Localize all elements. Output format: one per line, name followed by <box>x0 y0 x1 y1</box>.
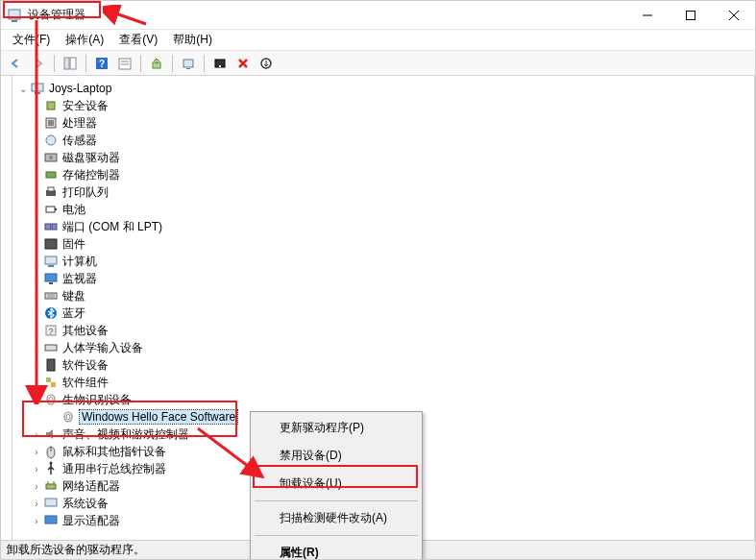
network-icon <box>43 478 59 494</box>
tree-root-label: Joys-Laptop <box>49 82 111 95</box>
expand-icon[interactable]: › <box>30 256 43 267</box>
expand-icon[interactable]: › <box>30 308 43 319</box>
tree-category[interactable]: ›安全设备 <box>12 97 754 114</box>
expand-icon[interactable]: › <box>30 101 43 111</box>
expand-icon[interactable]: › <box>30 343 43 353</box>
window-title: 设备管理器 <box>28 7 85 23</box>
menu-help[interactable]: 帮助(H) <box>165 30 220 50</box>
disk-icon <box>43 150 59 165</box>
tree-category[interactable]: ›打印队列 <box>12 183 754 201</box>
uninstall-button[interactable] <box>232 53 254 74</box>
svg-rect-47 <box>51 382 56 387</box>
tree-root[interactable]: ⌄Joys-Laptop <box>12 80 754 97</box>
expand-icon[interactable]: › <box>30 516 43 526</box>
expand-icon[interactable]: › <box>30 326 43 336</box>
expand-icon[interactable]: › <box>30 499 43 509</box>
tree-category[interactable]: ›存储控制器 <box>12 166 754 183</box>
keyboard-icon <box>43 288 59 304</box>
sensor-icon <box>43 133 59 148</box>
svg-rect-26 <box>46 172 56 178</box>
expand-icon[interactable]: › <box>30 274 43 284</box>
tree-category[interactable]: ›人体学输入设备 <box>12 339 754 356</box>
expand-icon[interactable]: › <box>30 377 43 388</box>
expand-icon[interactable]: › <box>30 429 43 440</box>
show-hide-tree-button[interactable] <box>60 53 81 74</box>
expand-icon[interactable]: › <box>30 447 43 457</box>
tree-category[interactable]: ›端口 (COM 和 LPT) <box>12 218 754 235</box>
app-icon <box>7 8 22 23</box>
expand-icon[interactable]: ⌄ <box>30 395 43 405</box>
tree-category-label: 键盘 <box>62 288 85 304</box>
tree-category-label: 软件组件 <box>62 375 109 391</box>
svg-rect-45 <box>47 359 55 371</box>
ctx-scan[interactable]: 扫描检测硬件改动(A) <box>253 504 420 532</box>
tree-category[interactable]: ›?其他设备 <box>12 322 754 339</box>
ctx-uninstall[interactable]: 卸载设备(U) <box>253 470 420 498</box>
hid-icon <box>43 340 59 355</box>
tree-category[interactable]: ›蓝牙 <box>12 304 754 322</box>
svg-point-25 <box>49 156 53 159</box>
tree-category-label: 鼠标和其他指针设备 <box>62 444 166 460</box>
context-menu: 更新驱动程序(P) 禁用设备(D) 卸载设备(U) 扫描检测硬件改动(A) 属性… <box>250 411 423 560</box>
expand-icon[interactable]: › <box>30 170 43 181</box>
menu-view[interactable]: 查看(V) <box>111 30 165 50</box>
close-button[interactable] <box>712 1 755 30</box>
ctx-disable[interactable]: 禁用设备(D) <box>253 442 420 470</box>
svg-rect-19 <box>35 92 40 94</box>
tree-category-label: 电池 <box>62 202 85 218</box>
minimize-button[interactable] <box>625 1 669 30</box>
storage-icon <box>43 167 59 183</box>
svg-rect-31 <box>45 224 51 230</box>
forward-button[interactable] <box>28 53 49 74</box>
svg-rect-22 <box>48 120 54 126</box>
expand-icon[interactable]: › <box>30 205 43 215</box>
tree-category-label: 端口 (COM 和 LPT) <box>62 219 162 235</box>
svg-rect-30 <box>55 208 57 210</box>
tree-category[interactable]: ›固件 <box>12 235 754 253</box>
expand-icon[interactable]: › <box>30 239 43 250</box>
expand-icon[interactable]: ⌄ <box>16 84 30 94</box>
scan-button[interactable] <box>178 53 199 74</box>
expand-icon[interactable]: › <box>30 291 43 302</box>
scan-hardware-button[interactable] <box>256 53 277 74</box>
back-button[interactable] <box>5 53 26 74</box>
svg-point-51 <box>66 414 70 420</box>
expand-icon[interactable]: › <box>30 135 43 146</box>
expand-icon[interactable]: › <box>30 187 43 198</box>
update-driver-button[interactable] <box>146 53 167 74</box>
help-button[interactable]: ? <box>91 53 112 74</box>
biometric-icon <box>43 392 59 407</box>
tree-category[interactable]: ›监视器 <box>12 270 754 287</box>
expand-icon[interactable]: › <box>30 464 43 475</box>
tree-category-label: 打印队列 <box>62 184 109 201</box>
tree-category[interactable]: ›键盘 <box>12 287 754 304</box>
ctx-update-driver[interactable]: 更新驱动程序(P) <box>253 414 420 442</box>
expand-icon[interactable]: › <box>30 481 43 492</box>
svg-rect-0 <box>9 10 20 19</box>
menu-action[interactable]: 操作(A) <box>58 30 111 50</box>
expand-icon[interactable]: › <box>30 118 43 129</box>
ctx-separator <box>255 535 418 536</box>
tree-category[interactable]: ›磁盘驱动器 <box>12 149 754 166</box>
ctx-properties[interactable]: 属性(R) <box>253 539 420 560</box>
tree-category[interactable]: ›传感器 <box>12 132 754 149</box>
tree-category[interactable]: ›电池 <box>12 201 754 218</box>
expand-icon[interactable]: › <box>30 222 43 232</box>
svg-rect-36 <box>45 274 57 281</box>
printer-icon <box>43 184 59 200</box>
toolbar-separator <box>54 55 55 72</box>
svg-rect-55 <box>46 484 56 489</box>
menu-file[interactable]: 文件(F) <box>5 30 58 50</box>
tree-category[interactable]: ⌄生物识别设备 <box>12 391 754 408</box>
expand-icon[interactable]: › <box>30 153 43 163</box>
disable-button[interactable] <box>209 53 231 74</box>
tree-category[interactable]: ›计算机 <box>12 253 754 270</box>
svg-point-54 <box>50 462 53 465</box>
tree-category[interactable]: ›软件组件 <box>12 374 754 391</box>
tree-category-label: 声音、视频和游戏控制器 <box>62 426 189 443</box>
expand-icon[interactable]: › <box>30 360 43 371</box>
maximize-button[interactable] <box>669 1 712 30</box>
tree-category[interactable]: ›软件设备 <box>12 356 754 374</box>
properties-button[interactable] <box>114 53 135 74</box>
tree-category[interactable]: ›处理器 <box>12 114 754 132</box>
